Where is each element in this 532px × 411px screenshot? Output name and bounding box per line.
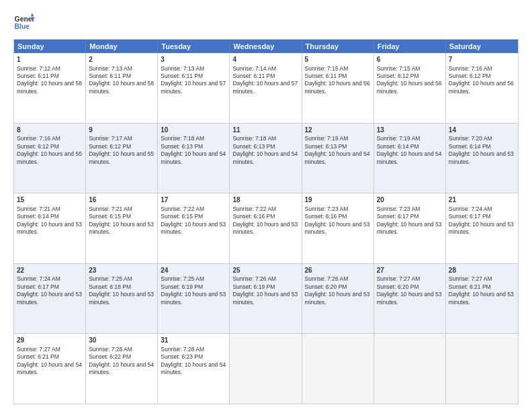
calendar-body: 1Sunrise: 7:12 AMSunset: 6:11 PMDaylight… [14,53,518,404]
calendar-cell: 15Sunrise: 7:21 AMSunset: 6:14 PMDayligh… [14,193,86,263]
sunrise-text: Sunrise: 7:25 AM [89,275,132,282]
day-number: 3 [161,55,226,64]
sunrise-text: Sunrise: 7:28 AM [89,346,132,353]
calendar-cell: 13Sunrise: 7:19 AMSunset: 6:14 PMDayligh… [374,124,446,193]
daylight-text: Daylight: 10 hours and 53 minutes. [89,291,154,305]
day-header-monday: Monday [86,40,158,53]
sunrise-text: Sunrise: 7:18 AM [161,135,204,142]
daylight-text: Daylight: 10 hours and 57 minutes. [232,80,298,94]
day-header-sunday: Sunday [14,40,86,53]
page: General Blue SundayMondayTuesdayWednesda… [0,0,532,411]
calendar-row-4: 29Sunrise: 7:27 AMSunset: 6:21 PMDayligh… [14,334,518,404]
daylight-text: Daylight: 10 hours and 55 minutes. [17,150,82,165]
sunset-text: Sunset: 6:11 PM [17,73,59,79]
calendar-cell: 8Sunrise: 7:16 AMSunset: 6:12 PMDaylight… [14,124,86,193]
daylight-text: Daylight: 10 hours and 54 minutes. [17,361,82,375]
daylight-text: Daylight: 10 hours and 53 minutes. [377,221,442,235]
day-number: 31 [161,336,226,345]
calendar-cell: 30Sunrise: 7:28 AMSunset: 6:22 PMDayligh… [86,334,158,404]
daylight-text: Daylight: 10 hours and 53 minutes. [449,150,514,165]
svg-marker-2 [31,13,34,17]
daylight-text: Daylight: 10 hours and 53 minutes. [232,221,298,235]
day-number: 27 [377,266,443,275]
daylight-text: Daylight: 10 hours and 54 minutes. [89,361,154,375]
day-number: 22 [17,266,83,275]
daylight-text: Daylight: 10 hours and 53 minutes. [305,221,370,235]
day-number: 4 [232,55,298,64]
sunset-text: Sunset: 6:12 PM [89,143,131,150]
calendar-cell: 1Sunrise: 7:12 AMSunset: 6:11 PMDaylight… [14,53,86,123]
calendar-cell [446,334,518,404]
calendar-cell: 19Sunrise: 7:23 AMSunset: 6:16 PMDayligh… [302,193,374,263]
sunrise-text: Sunrise: 7:21 AM [17,205,60,212]
sunset-text: Sunset: 6:16 PM [305,213,347,220]
day-number: 1 [17,55,83,64]
sunrise-text: Sunrise: 7:19 AM [305,135,349,142]
calendar-cell: 7Sunrise: 7:16 AMSunset: 6:12 PMDaylight… [446,53,518,123]
calendar-cell: 18Sunrise: 7:22 AMSunset: 6:16 PMDayligh… [230,193,302,263]
calendar-cell: 2Sunrise: 7:13 AMSunset: 6:11 PMDaylight… [86,53,158,123]
sunrise-text: Sunrise: 7:28 AM [161,346,204,353]
daylight-text: Daylight: 10 hours and 54 minutes. [161,150,226,165]
calendar-cell: 6Sunrise: 7:15 AMSunset: 6:12 PMDaylight… [374,53,446,123]
calendar-row-0: 1Sunrise: 7:12 AMSunset: 6:11 PMDaylight… [14,53,518,124]
calendar-cell: 3Sunrise: 7:13 AMSunset: 6:11 PMDaylight… [158,53,230,123]
calendar-cell: 27Sunrise: 7:27 AMSunset: 6:20 PMDayligh… [374,264,446,334]
sunrise-text: Sunrise: 7:17 AM [89,135,132,142]
calendar-cell [374,334,446,404]
day-number: 11 [232,126,298,135]
sunset-text: Sunset: 6:17 PM [377,213,419,220]
daylight-text: Daylight: 10 hours and 56 minutes. [449,80,514,94]
day-number: 5 [305,55,371,64]
day-number: 16 [89,195,154,205]
sunset-text: Sunset: 6:20 PM [305,283,347,290]
sunset-text: Sunset: 6:12 PM [377,73,419,79]
day-number: 19 [305,195,371,205]
daylight-text: Daylight: 10 hours and 53 minutes. [305,291,370,305]
daylight-text: Daylight: 10 hours and 53 minutes. [17,221,82,235]
sunset-text: Sunset: 6:15 PM [89,213,131,220]
calendar-row-2: 15Sunrise: 7:21 AMSunset: 6:14 PMDayligh… [14,193,518,264]
header: General Blue [13,12,519,34]
daylight-text: Daylight: 10 hours and 55 minutes. [89,150,154,165]
daylight-text: Daylight: 10 hours and 53 minutes. [232,291,298,305]
day-header-wednesday: Wednesday [230,40,302,53]
sunrise-text: Sunrise: 7:22 AM [161,205,204,212]
day-number: 26 [305,266,371,275]
sunset-text: Sunset: 6:14 PM [377,143,419,150]
sunrise-text: Sunrise: 7:21 AM [89,205,132,212]
daylight-text: Daylight: 10 hours and 53 minutes. [89,221,154,235]
sunset-text: Sunset: 6:11 PM [305,73,347,79]
sunset-text: Sunset: 6:23 PM [161,353,203,360]
sunrise-text: Sunrise: 7:15 AM [305,65,349,72]
daylight-text: Daylight: 10 hours and 54 minutes. [232,150,298,165]
sunset-text: Sunset: 6:12 PM [17,143,59,150]
calendar-cell: 14Sunrise: 7:20 AMSunset: 6:14 PMDayligh… [446,124,518,193]
day-header-friday: Friday [374,40,446,53]
calendar-header: SundayMondayTuesdayWednesdayThursdayFrid… [14,40,518,53]
sunset-text: Sunset: 6:11 PM [89,73,131,79]
logo-icon: General Blue [13,12,35,34]
day-number: 21 [449,195,515,205]
svg-text:Blue: Blue [15,23,30,30]
day-header-tuesday: Tuesday [158,40,230,53]
sunrise-text: Sunrise: 7:16 AM [449,65,492,72]
sunset-text: Sunset: 6:21 PM [449,283,491,290]
sunrise-text: Sunrise: 7:22 AM [232,205,276,212]
day-number: 24 [161,266,226,275]
sunset-text: Sunset: 6:19 PM [161,283,203,290]
daylight-text: Daylight: 10 hours and 56 minutes. [377,80,442,94]
day-number: 12 [305,126,371,135]
logo: General Blue [13,12,35,34]
daylight-text: Daylight: 10 hours and 58 minutes. [89,80,154,94]
daylight-text: Daylight: 10 hours and 53 minutes. [449,221,514,235]
calendar-cell: 9Sunrise: 7:17 AMSunset: 6:12 PMDaylight… [86,124,158,193]
sunrise-text: Sunrise: 7:18 AM [232,135,276,142]
calendar-cell: 5Sunrise: 7:15 AMSunset: 6:11 PMDaylight… [302,53,374,123]
daylight-text: Daylight: 10 hours and 53 minutes. [377,291,442,305]
sunrise-text: Sunrise: 7:23 AM [305,205,349,212]
daylight-text: Daylight: 10 hours and 53 minutes. [449,291,514,305]
calendar-cell [230,334,302,404]
daylight-text: Daylight: 10 hours and 58 minutes. [17,80,82,94]
sunrise-text: Sunrise: 7:20 AM [449,135,492,142]
